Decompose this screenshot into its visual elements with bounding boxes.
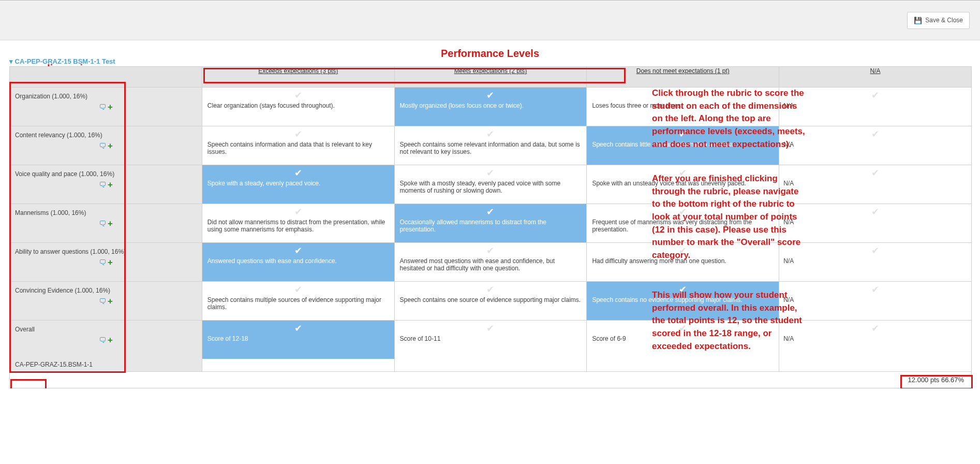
add-icon[interactable]: + [108, 102, 113, 112]
dimension-label: Mannerisms (1.000, 16%) [15, 209, 197, 216]
rubric-cell[interactable]: ✔Speech contains multiple sources of evi… [202, 282, 394, 321]
rubric-cell[interactable]: ✔Answered questions with ease and confid… [202, 243, 394, 282]
rubric-cell-text: Spoke with a steady, evenly paced voice. [207, 180, 389, 187]
comment-icon[interactable]: 🗨 [99, 141, 107, 150]
rubric-cell-text: Answered most questions with ease and co… [400, 257, 582, 272]
rubric-cell-text: Clear organization (stays focused throug… [207, 102, 389, 109]
rubric-cell-na[interactable]: ✔N/A [779, 321, 972, 372]
rubric-cell-na[interactable]: ✔N/A [779, 165, 972, 204]
check-icon: ✔ [294, 90, 302, 101]
dimension-label: Voice quality and pace (1.000, 16%) [15, 170, 197, 178]
rubric-cell-text: Speech contains some relevant informatio… [400, 141, 582, 155]
table-row: Content relevancy (1.000, 16%)🗨+✔Speech … [10, 126, 972, 165]
add-icon[interactable]: + [108, 141, 113, 151]
add-icon[interactable]: + [108, 219, 113, 228]
dimensions-header-blank [10, 67, 202, 88]
na-text: N/A [783, 335, 967, 342]
rubric-cell[interactable]: ✔Speech contains some relevant informati… [394, 126, 587, 165]
dimension-cell: Overall🗨+CA-PEP-GRAZ-15.BSM-1-1 [10, 321, 202, 372]
annotation-text-1: Click through the rubric to score the st… [652, 87, 807, 151]
annotation-text-3: This will show how your student performe… [652, 289, 807, 353]
comment-icon[interactable]: 🗨 [99, 297, 107, 306]
check-icon: ✔ [294, 245, 302, 256]
rubric-cell[interactable]: ✔Score of 10-11 [394, 321, 587, 372]
comment-icon[interactable]: 🗨 [99, 258, 107, 267]
rubric-table: Exceeds expectations (3 pts) Meets expec… [9, 66, 972, 372]
add-icon[interactable]: + [108, 180, 113, 190]
level-header-na[interactable]: N/A [779, 67, 972, 88]
check-icon: ✔ [871, 284, 879, 295]
level-header-exceeds[interactable]: Exceeds expectations (3 pts) [202, 67, 394, 88]
rubric-cell-text: Spoke with a mostly steady, evenly paced… [400, 180, 582, 194]
rubric-cell-na[interactable]: ✔N/A [779, 88, 972, 126]
table-row: Convincing Evidence (1.000, 16%)🗨+✔Speec… [10, 282, 972, 321]
check-icon: ✔ [486, 206, 494, 218]
check-icon: ✔ [486, 323, 494, 334]
rubric-cell[interactable]: ✔Speech contains one source of evidence … [394, 282, 587, 321]
check-icon: ✔ [486, 167, 494, 179]
na-text: N/A [783, 102, 967, 109]
level-header-meets[interactable]: Meets expectations (2 pts) [394, 67, 587, 88]
rubric-cell-na[interactable]: ✔N/A [779, 126, 972, 165]
save-icon: 💾 [914, 17, 922, 24]
dimension-label: Ability to answer questions (1.000, 16%) [15, 248, 197, 255]
rubric-cell[interactable]: ✔Mostly organized (loses focus once or t… [394, 88, 587, 126]
add-icon[interactable]: + [108, 257, 113, 267]
check-icon: ✔ [294, 206, 302, 218]
rubric-cell-text: Answered questions with ease and confide… [207, 257, 389, 265]
check-icon: ✔ [486, 245, 494, 256]
na-text: N/A [783, 296, 967, 303]
add-icon[interactable]: + [108, 296, 113, 306]
save-close-label: Save & Close [925, 17, 963, 24]
rubric-cell-na[interactable]: ✔N/A [779, 282, 972, 321]
check-icon: ✔ [294, 128, 302, 140]
dimension-cell: Ability to answer questions (1.000, 16%)… [10, 243, 202, 282]
rubric-cell[interactable]: ✔Clear organization (stays focused throu… [202, 88, 394, 126]
rubric-cell[interactable]: ✔Answered most questions with ease and c… [394, 243, 587, 282]
rubric-cell-text: Score of 12-18 [207, 335, 389, 342]
level-header-doesnot[interactable]: Does not meet expectations (1 pt) [587, 67, 779, 88]
rubric-cell[interactable]: ✔Spoke with a steady, evenly paced voice… [202, 165, 394, 204]
dimension-label: Convincing Evidence (1.000, 16%) [15, 287, 197, 294]
check-icon: ✔ [871, 323, 879, 334]
na-text: N/A [783, 180, 967, 187]
check-icon: ✔ [294, 167, 302, 179]
add-icon[interactable]: + [108, 335, 113, 345]
rubric-cell[interactable]: ✔Score of 12-18 [202, 321, 394, 372]
dimension-cell: Mannerisms (1.000, 16%)🗨+ [10, 204, 202, 243]
rubric-cell[interactable]: ✔Occasionally allowed mannerisms to dist… [394, 204, 587, 243]
dimension-cell: Organization (1.000, 16%)🗨+ [10, 88, 202, 126]
rubric-cell-na[interactable]: ✔N/A [779, 204, 972, 243]
rubric-cell-na[interactable]: ✔N/A [779, 243, 972, 282]
table-row: Voice quality and pace (1.000, 16%)🗨+✔Sp… [10, 165, 972, 204]
dimension-cell: Voice quality and pace (1.000, 16%)🗨+ [10, 165, 202, 204]
dimension-cell: Convincing Evidence (1.000, 16%)🗨+ [10, 282, 202, 321]
check-icon: ✔ [871, 167, 879, 179]
rubric-cell-text: Did not allow mannerisms to distract fro… [207, 219, 389, 233]
check-icon: ✔ [294, 284, 302, 295]
comment-icon[interactable]: 🗨 [99, 180, 107, 189]
dimension-label: Content relevancy (1.000, 16%) [15, 132, 197, 139]
comment-icon[interactable]: 🗨 [99, 219, 107, 228]
table-row: Organization (1.000, 16%)🗨+✔Clear organi… [10, 88, 972, 126]
annotation-text-2: After you are finished clicking through … [652, 172, 807, 262]
rubric-cell-text: Speech contains one source of evidence s… [400, 296, 582, 303]
rubric-cell-text: Score of 10-11 [400, 335, 582, 342]
rubric-cell-text: Speech contains multiple sources of evid… [207, 296, 389, 311]
rubric-cell[interactable]: ✔Spoke with a mostly steady, evenly pace… [394, 165, 587, 204]
rubric-cell[interactable]: ✔Speech contains information and data th… [202, 126, 394, 165]
check-icon: ✔ [871, 128, 879, 140]
check-icon: ✔ [871, 245, 879, 256]
rubric-cell[interactable]: ✔Did not allow mannerisms to distract fr… [202, 204, 394, 243]
dimension-label: Overall [15, 326, 197, 333]
check-icon: ✔ [871, 206, 879, 218]
save-and-close-button[interactable]: 💾 Save & Close [907, 12, 970, 29]
table-row: Mannerisms (1.000, 16%)🗨+✔Did not allow … [10, 204, 972, 243]
summary-points: 12.000 pts 66.67% [908, 376, 964, 384]
rubric-cell-text: Occasionally allowed mannerisms to distr… [400, 219, 582, 233]
comment-icon[interactable]: 🗨 [99, 103, 107, 111]
comment-icon[interactable]: 🗨 [99, 336, 107, 344]
check-icon: ✔ [871, 90, 879, 101]
table-row: Overall🗨+CA-PEP-GRAZ-15.BSM-1-1✔Score of… [10, 321, 972, 372]
dimension-sublabel: CA-PEP-GRAZ-15.BSM-1-1 [15, 361, 197, 368]
